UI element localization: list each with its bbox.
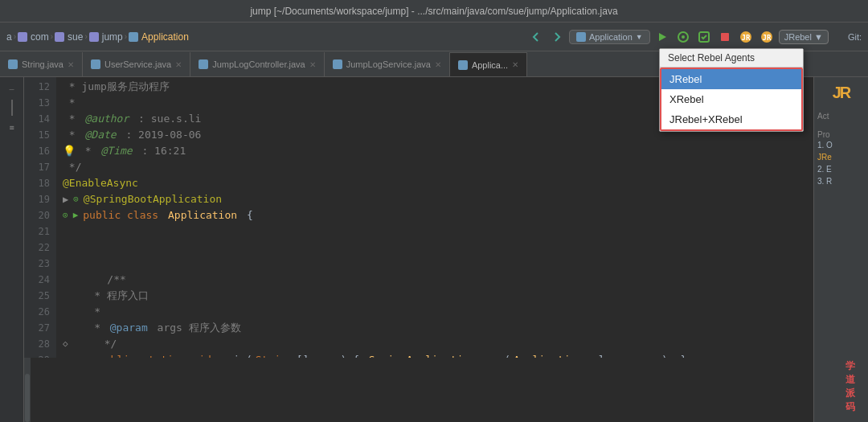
- rebel-options-container: JRebel XRebel JRebel+XRebel: [660, 68, 803, 131]
- tab-close-string[interactable]: ✕: [68, 60, 74, 69]
- run-config-dropdown[interactable]: Application ▼: [569, 30, 650, 44]
- rebel-option-jrebel[interactable]: JRebel: [661, 69, 801, 89]
- code-line-16: 💡 * @Time : 16:21: [63, 143, 807, 159]
- rebel-dropdown-title: Select Rebel Agents: [660, 49, 803, 68]
- code-line-21: [63, 223, 807, 240]
- code-line-18: @EnableAsync: [63, 175, 807, 191]
- jrebel-dropdown-button[interactable]: JRebel ▼: [779, 30, 829, 44]
- code-line-22: [63, 240, 807, 256]
- tab-close-jumplogservice[interactable]: ✕: [435, 60, 441, 69]
- title-bar: jump [~/Documents/workspace/jump] - .../…: [0, 0, 868, 23]
- right-panel-pro: Pro 1. O JRe 2. E 3. R: [817, 130, 865, 187]
- right-panel: JR Act Pro 1. O JRe 2. E 3. R: [813, 77, 868, 422]
- code-line-17: */: [63, 159, 807, 175]
- tab-icon-string: [8, 59, 18, 69]
- breadcrumb-application[interactable]: Application: [129, 31, 189, 43]
- tab-userservice-java[interactable]: UserService.java ✕: [83, 52, 190, 76]
- jrebel-reload2-button[interactable]: JR: [758, 28, 776, 46]
- nav-bar: a › com › sue › jump › Application Appli…: [0, 23, 868, 51]
- svg-rect-4: [721, 33, 729, 41]
- breadcrumb-jump[interactable]: jump: [89, 31, 123, 43]
- collapse-all-icon[interactable]: —: [4, 80, 20, 96]
- code-line-29: ▶ public static void main(String[] args)…: [63, 352, 807, 358]
- tab-icon-userservice: [91, 59, 100, 69]
- breadcrumb-sep4: ›: [125, 32, 127, 41]
- watermark-text: 学道派码: [845, 359, 855, 414]
- code-line-27: * @param args 程序入参数: [63, 320, 807, 336]
- tab-jumplogcontroller-java[interactable]: JumpLogController.java ✕: [190, 52, 325, 76]
- code-line-28: ◇ */: [63, 336, 807, 352]
- scroll-indicator[interactable]: [24, 358, 31, 422]
- tab-icon-application: [458, 60, 468, 70]
- breadcrumb-com[interactable]: com: [18, 31, 49, 43]
- code-line-26: *: [63, 304, 807, 320]
- coverage-button[interactable]: [695, 28, 713, 46]
- back-button[interactable]: [527, 28, 545, 46]
- breadcrumb-sep2: ›: [51, 32, 53, 41]
- git-label: Git:: [848, 32, 862, 42]
- svg-point-2: [682, 35, 685, 39]
- gutter-divider: [11, 100, 13, 116]
- main-layout: — ≡ 12 13 14 15 16 17 18 19 20 21 22 23 …: [0, 77, 868, 422]
- breadcrumb: a › com › sue › jump › Application: [6, 31, 189, 43]
- tab-icon-jumplogcontroller: [199, 59, 208, 69]
- stop-button[interactable]: [716, 28, 734, 46]
- code-line-25: * 程序入口: [63, 288, 807, 304]
- code-line-24: /**: [63, 272, 807, 288]
- tab-application-java[interactable]: Applica... ✕: [450, 52, 527, 76]
- left-gutter: — ≡: [0, 77, 24, 422]
- tab-jumplogservice-java[interactable]: JumpLogService.java ✕: [325, 52, 450, 76]
- jrebel-reload1-button[interactable]: JR: [737, 28, 755, 46]
- rebel-dropdown[interactable]: Select Rebel Agents JRebel XRebel JRebel…: [659, 48, 804, 132]
- tab-string-java[interactable]: String.java ✕: [0, 52, 83, 76]
- tab-close-application[interactable]: ✕: [512, 60, 518, 69]
- code-line-19: ▶ ⊙ @SpringBootApplication: [63, 191, 807, 207]
- structure-icon[interactable]: ≡: [4, 119, 20, 135]
- tab-close-userservice[interactable]: ✕: [175, 60, 182, 69]
- breadcrumb-sep1: ›: [14, 32, 16, 41]
- rebel-option-jrebel-xrebel[interactable]: JRebel+XRebel: [661, 109, 801, 129]
- rebel-option-xrebel[interactable]: XRebel: [661, 89, 801, 109]
- scroll-thumb: [25, 374, 30, 422]
- breadcrumb-sue[interactable]: sue: [55, 31, 83, 43]
- breadcrumb-sep3: ›: [84, 32, 87, 41]
- right-panel-act: Act: [817, 112, 865, 121]
- title-text: jump [~/Documents/workspace/jump] - .../…: [250, 6, 617, 17]
- tab-close-jumplogcontroller[interactable]: ✕: [309, 60, 316, 69]
- jrebel-logo: JR: [817, 84, 865, 102]
- tab-icon-jumplogservice: [333, 59, 342, 69]
- code-line-20: ⊙ ▶ public class Application {: [63, 207, 807, 223]
- svg-marker-0: [659, 33, 666, 41]
- svg-text:JR: JR: [762, 34, 771, 42]
- svg-text:JR: JR: [741, 34, 750, 42]
- debug-button[interactable]: [674, 28, 692, 46]
- line-numbers: 12 13 14 15 16 17 18 19 20 21 22 23 24 2…: [24, 77, 56, 358]
- run-button[interactable]: [653, 28, 671, 46]
- forward-button[interactable]: [548, 28, 566, 46]
- breadcrumb-a[interactable]: a: [6, 31, 12, 43]
- code-line-23: [63, 256, 807, 272]
